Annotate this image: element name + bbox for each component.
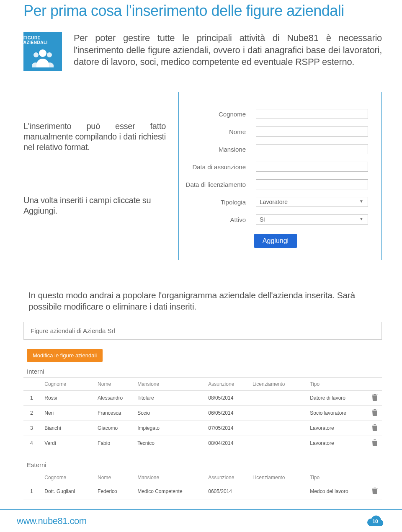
cognome-input[interactable]	[256, 109, 368, 119]
row-licenziamento	[249, 405, 307, 421]
svg-point-2	[47, 52, 52, 57]
th-tipo: Tipo	[307, 377, 368, 390]
row-nome: Giacomo	[94, 421, 134, 436]
row-assunzione: 08/05/2014	[205, 390, 249, 405]
mansione-label: Mansione	[183, 146, 246, 153]
esterni-title: Esterni	[27, 461, 382, 468]
page-number: 10	[372, 519, 378, 524]
row-nome: Federico	[94, 484, 134, 499]
row-nome: Alessandro	[94, 390, 134, 405]
trash-icon[interactable]	[368, 436, 382, 451]
row-assunzione: 06/05/2014	[205, 405, 249, 421]
table-header-row: Cognome Nome Mansione Assunzione Licenzi…	[23, 377, 382, 390]
row-number: 4	[23, 436, 41, 451]
footer: www.nube81.com 10	[0, 509, 402, 532]
page-title: Per prima cosa l'inserimento delle figur…	[23, 2, 382, 20]
row-licenziamento	[249, 484, 307, 499]
modifica-button[interactable]: Modifica le figure aziendali	[27, 349, 103, 362]
th-nome: Nome	[94, 471, 134, 484]
people-icon	[31, 47, 54, 68]
interni-table: Cognome Nome Mansione Assunzione Licenzi…	[23, 377, 382, 451]
th-mansione: Mansione	[134, 377, 205, 390]
mansione-input[interactable]	[256, 144, 368, 154]
th-licenziamento: Licenziamento	[249, 471, 307, 484]
attivo-value: Si	[260, 216, 265, 223]
trash-icon[interactable]	[368, 405, 382, 421]
nome-input[interactable]	[256, 127, 368, 137]
row-tipo: Lavoratore	[307, 436, 368, 451]
row-mansione: Socio	[134, 405, 205, 421]
badge-title: FIGURE AZIENDALI	[23, 36, 62, 45]
mid-paragraph: In questo modo andrai a popolare l'organ…	[28, 289, 379, 312]
row-tipo: Lavoratore	[307, 421, 368, 436]
svg-point-0	[39, 49, 46, 57]
esterni-table: Cognome Nome Mansione Assunzione Licenzi…	[23, 471, 382, 499]
trash-icon[interactable]	[368, 484, 382, 499]
row-cognome: Verdi	[41, 436, 94, 451]
row-mansione: Impiegato	[134, 421, 205, 436]
th-tipo: Tipo	[307, 471, 368, 484]
licenziamento-input[interactable]	[256, 179, 368, 189]
row-mansione: Medico Competente	[134, 484, 205, 499]
footer-url: www.nube81.com	[17, 516, 87, 527]
assunzione-input[interactable]	[256, 162, 368, 172]
row-cognome: Dott. Gugliani	[41, 484, 94, 499]
intro-paragraph: Per poter gestire tutte le principali at…	[74, 32, 382, 71]
trash-icon[interactable]	[368, 390, 382, 405]
row-assunzione: 0605/2014	[205, 484, 249, 499]
th-nome: Nome	[94, 377, 134, 390]
attivo-select[interactable]: Si	[256, 214, 368, 225]
licenziamento-label: Data di licenziamento	[183, 181, 246, 188]
page-number-cloud-icon: 10	[365, 514, 385, 528]
row-nome: Francesca	[94, 405, 134, 421]
row-assunzione: 08/04/2014	[205, 436, 249, 451]
th-licenziamento: Licenziamento	[249, 377, 307, 390]
th-cognome: Cognome	[41, 471, 94, 484]
th-assunzione: Assunzione	[205, 377, 249, 390]
row-nome: Fabio	[94, 436, 134, 451]
row-number: 2	[23, 405, 41, 421]
th-cognome: Cognome	[41, 377, 94, 390]
assunzione-label: Data di assunzione	[183, 163, 246, 170]
th-mansione: Mansione	[134, 471, 205, 484]
trash-icon[interactable]	[368, 421, 382, 436]
attivo-label: Attivo	[183, 216, 246, 223]
row-cognome: Rossi	[41, 390, 94, 405]
row-tipo: Medco del lavoro	[307, 484, 368, 499]
row-number: 1	[23, 484, 41, 499]
row-licenziamento	[249, 421, 307, 436]
row-number: 1	[23, 390, 41, 405]
row-assunzione: 07/05/2014	[205, 421, 249, 436]
panel-header: Figure aziendali di Azienda Srl	[23, 322, 382, 340]
row-tipo: Socio lavoratore	[307, 405, 368, 421]
row-mansione: Titolare	[134, 390, 205, 405]
row-cognome: Neri	[41, 405, 94, 421]
note-click-aggiungi: Una volta inseriti i campi cliccate su A…	[23, 195, 166, 216]
row-tipo: Datore di lavoro	[307, 390, 368, 405]
interni-title: Interni	[27, 368, 382, 375]
table-row: 2NeriFrancescaSocio06/05/2014Socio lavor…	[23, 405, 382, 421]
row-cognome: Bianchi	[41, 421, 94, 436]
table-row: 1RossiAlessandroTitolare08/05/2014Datore…	[23, 390, 382, 405]
row-licenziamento	[249, 390, 307, 405]
cognome-label: Cognome	[183, 111, 246, 118]
table-row: 1Dott. GuglianiFedericoMedico Competente…	[23, 484, 382, 499]
nome-label: Nome	[183, 128, 246, 135]
note-insert-manual: L'inserimento può esser fatto manualment…	[23, 121, 166, 152]
aggiungi-button[interactable]: Aggiungi	[254, 234, 297, 248]
tipologia-value: Lavoratore	[260, 199, 288, 205]
form-panel: Cognome Nome Mansione Data di assunzione…	[178, 92, 382, 260]
row-licenziamento	[249, 436, 307, 451]
th-assunzione: Assunzione	[205, 471, 249, 484]
table-header-row: Cognome Nome Mansione Assunzione Licenzi…	[23, 471, 382, 484]
svg-point-1	[34, 52, 39, 57]
tipologia-label: Tipologia	[183, 199, 246, 206]
row-number: 3	[23, 421, 41, 436]
table-row: 3BianchiGiacomoImpiegato07/05/2014Lavora…	[23, 421, 382, 436]
row-mansione: Tecnico	[134, 436, 205, 451]
table-row: 4VerdiFabioTecnico08/04/2014Lavoratore	[23, 436, 382, 451]
tipologia-select[interactable]: Lavoratore	[256, 197, 368, 207]
figure-aziendali-badge: FIGURE AZIENDALI	[23, 32, 62, 71]
